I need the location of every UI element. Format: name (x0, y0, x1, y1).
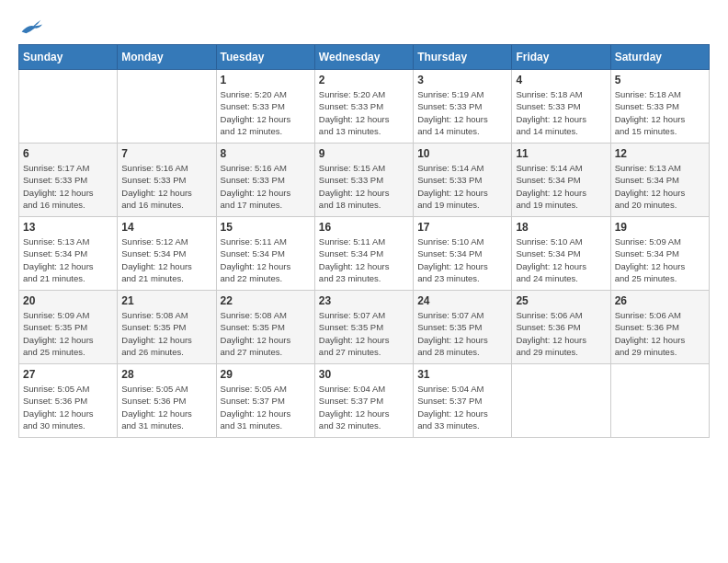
day-number: 30 (319, 368, 409, 381)
day-number: 25 (516, 294, 606, 307)
day-number: 19 (615, 221, 705, 234)
day-info: Sunrise: 5:09 AM Sunset: 5:35 PM Dayligh… (23, 309, 113, 358)
day-number: 15 (221, 221, 311, 234)
day-number: 29 (221, 368, 311, 381)
calendar-cell: 20Sunrise: 5:09 AM Sunset: 5:35 PM Dayli… (19, 291, 118, 364)
weekday-header: Thursday (414, 45, 512, 70)
calendar-week-row: 27Sunrise: 5:05 AM Sunset: 5:36 PM Dayli… (19, 364, 710, 438)
calendar-cell: 5Sunrise: 5:18 AM Sunset: 5:33 PM Daylig… (610, 70, 709, 144)
calendar-cell: 11Sunrise: 5:14 AM Sunset: 5:34 PM Dayli… (512, 144, 610, 217)
calendar-week-row: 1Sunrise: 5:20 AM Sunset: 5:33 PM Daylig… (19, 70, 710, 144)
day-info: Sunrise: 5:18 AM Sunset: 5:33 PM Dayligh… (615, 88, 705, 137)
day-number: 5 (615, 74, 705, 86)
calendar-cell: 2Sunrise: 5:20 AM Sunset: 5:33 PM Daylig… (314, 70, 413, 144)
day-number: 23 (319, 294, 409, 307)
day-number: 14 (121, 221, 211, 234)
calendar-cell: 30Sunrise: 5:04 AM Sunset: 5:37 PM Dayli… (314, 364, 413, 438)
calendar-cell (118, 70, 216, 144)
day-info: Sunrise: 5:14 AM Sunset: 5:33 PM Dayligh… (417, 162, 507, 211)
day-info: Sunrise: 5:16 AM Sunset: 5:33 PM Dayligh… (121, 162, 211, 211)
day-info: Sunrise: 5:13 AM Sunset: 5:34 PM Dayligh… (23, 236, 113, 284)
day-number: 31 (417, 368, 507, 381)
calendar-cell: 6Sunrise: 5:17 AM Sunset: 5:33 PM Daylig… (19, 144, 118, 217)
day-info: Sunrise: 5:12 AM Sunset: 5:34 PM Dayligh… (121, 236, 211, 284)
weekday-header: Monday (118, 45, 216, 70)
day-info: Sunrise: 5:20 AM Sunset: 5:33 PM Dayligh… (319, 88, 409, 137)
calendar-cell: 14Sunrise: 5:12 AM Sunset: 5:34 PM Dayli… (118, 217, 216, 291)
calendar-cell: 16Sunrise: 5:11 AM Sunset: 5:34 PM Dayli… (314, 217, 413, 291)
day-info: Sunrise: 5:09 AM Sunset: 5:34 PM Dayligh… (615, 236, 705, 284)
weekday-header-row: SundayMondayTuesdayWednesdayThursdayFrid… (19, 45, 710, 70)
calendar-cell (512, 364, 610, 438)
day-number: 9 (319, 147, 409, 160)
day-info: Sunrise: 5:10 AM Sunset: 5:34 PM Dayligh… (516, 236, 606, 284)
calendar-week-row: 20Sunrise: 5:09 AM Sunset: 5:35 PM Dayli… (19, 291, 710, 364)
day-number: 8 (221, 147, 311, 160)
day-number: 1 (221, 74, 311, 86)
day-info: Sunrise: 5:14 AM Sunset: 5:34 PM Dayligh… (516, 162, 606, 211)
calendar-cell: 21Sunrise: 5:08 AM Sunset: 5:35 PM Dayli… (118, 291, 216, 364)
weekday-header: Saturday (610, 45, 709, 70)
day-number: 13 (23, 221, 113, 234)
logo-bird-icon (20, 18, 42, 35)
day-number: 6 (23, 147, 113, 160)
calendar-cell: 18Sunrise: 5:10 AM Sunset: 5:34 PM Dayli… (512, 217, 610, 291)
calendar-cell: 25Sunrise: 5:06 AM Sunset: 5:36 PM Dayli… (512, 291, 610, 364)
day-number: 20 (23, 294, 113, 307)
day-number: 2 (319, 74, 409, 86)
day-number: 3 (417, 74, 507, 86)
day-info: Sunrise: 5:07 AM Sunset: 5:35 PM Dayligh… (417, 309, 507, 358)
day-info: Sunrise: 5:06 AM Sunset: 5:36 PM Dayligh… (516, 309, 606, 358)
day-info: Sunrise: 5:07 AM Sunset: 5:35 PM Dayligh… (319, 309, 409, 358)
day-info: Sunrise: 5:04 AM Sunset: 5:37 PM Dayligh… (417, 383, 507, 431)
day-number: 28 (121, 368, 211, 381)
day-number: 11 (516, 147, 606, 160)
day-number: 7 (121, 147, 211, 160)
calendar-cell: 4Sunrise: 5:18 AM Sunset: 5:33 PM Daylig… (512, 70, 610, 144)
day-info: Sunrise: 5:20 AM Sunset: 5:33 PM Dayligh… (221, 88, 311, 137)
calendar-cell: 1Sunrise: 5:20 AM Sunset: 5:33 PM Daylig… (216, 70, 314, 144)
day-info: Sunrise: 5:04 AM Sunset: 5:37 PM Dayligh… (319, 383, 409, 431)
calendar-cell: 29Sunrise: 5:05 AM Sunset: 5:37 PM Dayli… (216, 364, 314, 438)
calendar-cell: 23Sunrise: 5:07 AM Sunset: 5:35 PM Dayli… (314, 291, 413, 364)
day-info: Sunrise: 5:05 AM Sunset: 5:36 PM Dayligh… (23, 383, 113, 431)
calendar-cell: 22Sunrise: 5:08 AM Sunset: 5:35 PM Dayli… (216, 291, 314, 364)
calendar-cell: 13Sunrise: 5:13 AM Sunset: 5:34 PM Dayli… (19, 217, 118, 291)
day-number: 12 (615, 147, 705, 160)
calendar-cell: 10Sunrise: 5:14 AM Sunset: 5:33 PM Dayli… (414, 144, 512, 217)
day-info: Sunrise: 5:17 AM Sunset: 5:33 PM Dayligh… (23, 162, 113, 211)
day-info: Sunrise: 5:10 AM Sunset: 5:34 PM Dayligh… (417, 236, 507, 284)
logo (18, 18, 42, 35)
day-info: Sunrise: 5:19 AM Sunset: 5:33 PM Dayligh… (417, 88, 507, 137)
calendar-cell: 3Sunrise: 5:19 AM Sunset: 5:33 PM Daylig… (414, 70, 512, 144)
day-info: Sunrise: 5:11 AM Sunset: 5:34 PM Dayligh… (221, 236, 311, 284)
day-info: Sunrise: 5:11 AM Sunset: 5:34 PM Dayligh… (319, 236, 409, 284)
calendar-cell: 31Sunrise: 5:04 AM Sunset: 5:37 PM Dayli… (414, 364, 512, 438)
day-number: 10 (417, 147, 507, 160)
day-info: Sunrise: 5:08 AM Sunset: 5:35 PM Dayligh… (121, 309, 211, 358)
day-info: Sunrise: 5:05 AM Sunset: 5:36 PM Dayligh… (121, 383, 211, 431)
day-number: 22 (221, 294, 311, 307)
calendar-cell: 19Sunrise: 5:09 AM Sunset: 5:34 PM Dayli… (610, 217, 709, 291)
calendar-cell (19, 70, 118, 144)
calendar-cell: 8Sunrise: 5:16 AM Sunset: 5:33 PM Daylig… (216, 144, 314, 217)
day-info: Sunrise: 5:08 AM Sunset: 5:35 PM Dayligh… (221, 309, 311, 358)
day-number: 27 (23, 368, 113, 381)
calendar-week-row: 6Sunrise: 5:17 AM Sunset: 5:33 PM Daylig… (19, 144, 710, 217)
day-info: Sunrise: 5:06 AM Sunset: 5:36 PM Dayligh… (615, 309, 705, 358)
day-number: 17 (417, 221, 507, 234)
day-number: 16 (319, 221, 409, 234)
calendar-cell: 7Sunrise: 5:16 AM Sunset: 5:33 PM Daylig… (118, 144, 216, 217)
calendar-cell: 24Sunrise: 5:07 AM Sunset: 5:35 PM Dayli… (414, 291, 512, 364)
calendar-cell: 26Sunrise: 5:06 AM Sunset: 5:36 PM Dayli… (610, 291, 709, 364)
day-number: 21 (121, 294, 211, 307)
calendar-cell: 9Sunrise: 5:15 AM Sunset: 5:33 PM Daylig… (314, 144, 413, 217)
calendar-cell (610, 364, 709, 438)
calendar-cell: 15Sunrise: 5:11 AM Sunset: 5:34 PM Dayli… (216, 217, 314, 291)
weekday-header: Friday (512, 45, 610, 70)
calendar-cell: 17Sunrise: 5:10 AM Sunset: 5:34 PM Dayli… (414, 217, 512, 291)
weekday-header: Wednesday (314, 45, 413, 70)
day-info: Sunrise: 5:13 AM Sunset: 5:34 PM Dayligh… (615, 162, 705, 211)
calendar-cell: 27Sunrise: 5:05 AM Sunset: 5:36 PM Dayli… (19, 364, 118, 438)
weekday-header: Tuesday (216, 45, 314, 70)
